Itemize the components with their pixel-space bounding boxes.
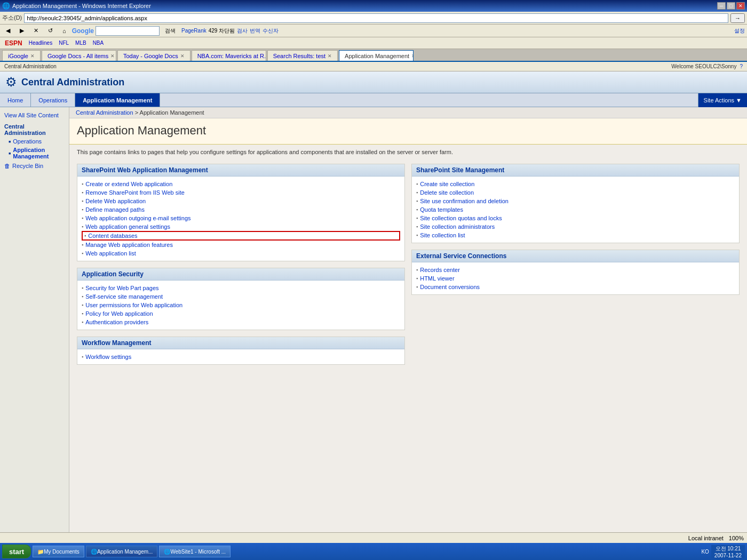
tab-google-docs[interactable]: Google Docs - All items ✕ — [42, 50, 116, 61]
tab-close-google-docs[interactable]: ✕ — [110, 53, 115, 59]
page-title-area: Application Management — [69, 118, 747, 145]
link-web-app-email[interactable]: Web application outgoing e-mail settings — [82, 214, 400, 222]
link-records-center[interactable]: Records center — [416, 266, 735, 274]
sidebar-view-all[interactable]: View All Site Content — [0, 110, 69, 120]
link-site-collection-list[interactable]: Site collection list — [416, 231, 735, 239]
link-site-collection-quotas[interactable]: Site collection quotas and locks — [416, 214, 735, 222]
recycle-bin-link[interactable]: 🗑 Recycle Bin — [0, 161, 69, 171]
refresh-button[interactable]: ↺ — [44, 26, 57, 35]
link-manage-web-app-features[interactable]: Manage Web application features — [82, 241, 400, 249]
favorites-bar: ESPN Headlines NFL MLB NBA — [0, 37, 747, 49]
google-search-input[interactable] — [96, 26, 160, 36]
nav-operations[interactable]: Operations — [31, 93, 75, 107]
link-web-app-list[interactable]: Web application list — [82, 249, 400, 258]
tab-close-igoogle[interactable]: ✕ — [30, 53, 35, 59]
page-layout: View All Site Content CentralAdministrat… — [0, 107, 747, 532]
site-actions-button[interactable]: Site Actions ▼ — [698, 93, 747, 107]
sidebar-app-management[interactable]: ApplicationManagement — [0, 146, 69, 161]
tab-igoogle[interactable]: iGoogle ✕ — [2, 50, 41, 61]
close-button[interactable]: ✕ — [736, 2, 745, 10]
fav-headlines[interactable]: Headlines — [26, 39, 55, 46]
section-web-app-management: SharePoint Web Application Management Cr… — [77, 164, 405, 261]
fav-nfl[interactable]: NFL — [56, 39, 71, 46]
tab-bar: iGoogle ✕ Google Docs - All items ✕ Toda… — [0, 49, 747, 62]
tab-close-search[interactable]: ✕ — [328, 53, 332, 59]
link-remove-sharepoint-iis[interactable]: Remove SharePoint from IIS Web site — [82, 188, 400, 197]
recycle-bin-label: Recycle Bin — [12, 163, 43, 169]
content-grid: SharePoint Web Application Management Cr… — [69, 159, 747, 375]
link-auth-providers[interactable]: Authentication providers — [82, 318, 400, 326]
link-delete-site-collection[interactable]: Delete site collection — [416, 188, 735, 197]
left-column: SharePoint Web Application Management Cr… — [77, 164, 405, 371]
main-content: Central Administration Welcome SEOULC2\S… — [0, 62, 747, 532]
google-label: Google — [72, 27, 94, 35]
page-description: This page contains links to pages that h… — [69, 145, 747, 159]
maximize-button[interactable]: □ — [727, 2, 735, 10]
address-input[interactable] — [24, 13, 728, 23]
link-define-managed-paths[interactable]: Define managed paths — [82, 205, 400, 214]
link-quota-templates[interactable]: Quota templates — [416, 205, 735, 214]
link-document-conversions[interactable]: Document conversions — [416, 283, 735, 291]
title-bar-text: Application Management - Windows Interne… — [12, 3, 717, 9]
nav-app-management[interactable]: Application Management — [75, 93, 160, 107]
tab-search[interactable]: Search Results: test ✕ — [267, 50, 338, 61]
sp-topbar: Central Administration Welcome SEOULC2\S… — [0, 62, 747, 71]
home-button[interactable]: ⌂ — [59, 27, 70, 35]
link-security-web-parts[interactable]: Security for Web Part pages — [82, 284, 400, 292]
sp-topbar-admin: Central Administration — [4, 63, 671, 69]
link-site-use-confirmation[interactable]: Site use confirmation and deletion — [416, 197, 735, 205]
google-search-button[interactable]: 검색 — [161, 26, 179, 36]
translate-label: 번역 — [250, 27, 260, 35]
stop-button[interactable]: ✕ — [30, 26, 42, 35]
back-button[interactable]: ◀ — [2, 26, 14, 35]
address-label: 주소(D) — [2, 14, 22, 22]
content-area: Central Administration > Application Man… — [69, 107, 747, 532]
breadcrumb: Central Administration > Application Man… — [69, 107, 747, 118]
fav-nba[interactable]: NBA — [90, 39, 107, 46]
help-icon[interactable]: ? — [740, 63, 743, 69]
sp-site-title: Central Administration — [21, 77, 124, 88]
section-external-header: External Service Connections — [412, 250, 739, 262]
link-content-databases[interactable]: Content databases — [82, 231, 400, 241]
forward-button[interactable]: ▶ — [16, 26, 28, 35]
page-title: Application Management — [77, 124, 740, 138]
section-site-management: SharePoint Site Management Create site c… — [411, 164, 740, 243]
fav-espn[interactable]: ESPN — [2, 39, 25, 47]
tab-nba[interactable]: NBA.com: Mavericks at R... ✕ — [192, 50, 266, 61]
breadcrumb-current: Application Management — [140, 109, 204, 116]
section-web-app-body: Create or extend Web application Remove … — [77, 177, 404, 261]
sp-nav: Home Operations Application Management S… — [0, 93, 747, 107]
nav-home[interactable]: Home — [0, 93, 31, 107]
tab-close-app-management[interactable]: ✕ — [411, 53, 414, 59]
link-workflow-settings[interactable]: Workflow settings — [82, 353, 400, 361]
tab-today-docs[interactable]: Today - Google Docs ✕ — [117, 50, 190, 61]
section-workflow-header: Workflow Management — [77, 337, 404, 349]
link-user-permissions[interactable]: User permissions for Web application — [82, 301, 400, 309]
link-html-viewer[interactable]: HTML viewer — [416, 274, 735, 283]
link-self-service-site[interactable]: Self-service site management — [82, 292, 400, 301]
recycle-bin-icon: 🗑 — [4, 163, 10, 169]
tab-close-today[interactable]: ✕ — [180, 53, 185, 59]
link-policy-web-app[interactable]: Policy for Web application — [82, 309, 400, 318]
link-delete-web-app[interactable]: Delete Web application — [82, 197, 400, 205]
window-controls: ─ □ ✕ — [717, 2, 745, 10]
tab-app-management[interactable]: Application Management ✕ — [339, 50, 414, 61]
settings-label: 설정 — [734, 27, 745, 35]
section-site-mgmt-header: SharePoint Site Management — [412, 164, 739, 177]
link-site-collection-admins[interactable]: Site collection administrators — [416, 222, 735, 231]
link-create-extend-web-app[interactable]: Create or extend Web application — [82, 180, 400, 188]
address-bar: 주소(D) → — [0, 12, 747, 25]
section-site-mgmt-body: Create site collection Delete site colle… — [412, 177, 739, 243]
link-create-site-collection[interactable]: Create site collection — [416, 180, 735, 188]
section-workflow: Workflow Management Workflow settings — [77, 337, 405, 365]
google-toolbar: Google 검색 — [72, 26, 179, 36]
sidebar-operations[interactable]: Operations — [0, 137, 69, 146]
breadcrumb-admin[interactable]: Central Administration — [76, 109, 133, 116]
link-web-app-general[interactable]: Web application general settings — [82, 222, 400, 231]
sidebar-admin-title: CentralAdministration — [0, 120, 69, 137]
go-button[interactable]: → — [730, 13, 745, 23]
block-count: 429 차단됨 — [209, 27, 235, 35]
fav-mlb[interactable]: MLB — [73, 39, 89, 46]
minimize-button[interactable]: ─ — [717, 2, 726, 10]
welcome-text: Welcome SEOULC2\Sonny — [671, 63, 736, 69]
